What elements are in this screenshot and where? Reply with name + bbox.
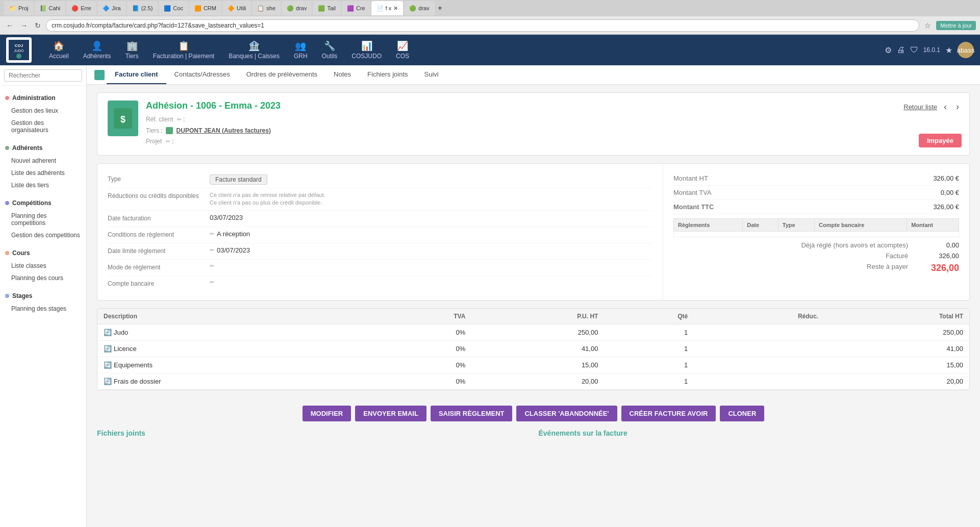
edit-projet-icon[interactable]: ✏ — [166, 138, 170, 144]
tiers-value[interactable]: DUPONT JEAN (Autres factures) — [177, 127, 271, 134]
classer-button[interactable]: CLASSER 'ABANDONNÉE' — [516, 406, 617, 421]
svg-point-3 — [16, 54, 21, 59]
edit-compte-icon[interactable]: ✏ — [210, 279, 214, 286]
date-limite-value: ✏ 03/07/2023 — [210, 246, 652, 254]
tab-facture-client[interactable]: Facture client — [107, 65, 166, 84]
edit-ref-icon[interactable]: ✏ — [177, 116, 182, 122]
item-icon: 🔄 — [104, 361, 112, 369]
type-value: Facture standard — [210, 174, 652, 185]
nav-banques[interactable]: 🏦 Banques | Caisses — [221, 36, 287, 64]
adherents-section-label: Adhérents — [12, 144, 42, 152]
sidebar-item-nouvel-adherent[interactable]: Nouvel adherent — [0, 155, 86, 167]
item-total-ht: 20,00 — [824, 373, 969, 389]
browser-tab-coc[interactable]: 🟦 Coc — [159, 1, 188, 15]
item-qty: 1 — [604, 357, 694, 373]
tab-notes[interactable]: Notes — [325, 65, 359, 84]
sidebar-section-competitions-title[interactable]: Compétitions — [0, 196, 86, 210]
prev-invoice-button[interactable]: ‹ — [941, 101, 949, 113]
browser-tab-utili[interactable]: 🔶 Utili — [222, 1, 251, 15]
browser-tab-crm[interactable]: 🟧 CRM — [189, 1, 221, 15]
line-items-section: Description TVA P.U. HT Qté Réduc. Total… — [97, 308, 970, 390]
saisir-reglement-button[interactable]: SAISIR RÈGLEMENT — [431, 406, 513, 421]
sidebar-search-input[interactable] — [4, 69, 82, 82]
bookmark-button[interactable]: ☆ — [922, 20, 933, 31]
sidebar-item-planning-stages[interactable]: Planning des stages — [0, 303, 86, 315]
sidebar-section-cours-title[interactable]: Cours — [0, 246, 86, 260]
col-pu-ht: P.U. HT — [471, 309, 604, 324]
back-button[interactable]: ← — [4, 20, 15, 31]
sidebar-item-liste-tiers[interactable]: Liste des tiers — [0, 179, 86, 191]
star-icon[interactable]: ★ — [945, 45, 952, 55]
print-icon[interactable]: 🖨 — [897, 45, 905, 55]
invoice-navigation: Retour liste ‹ › — [903, 101, 962, 113]
evenements-title[interactable]: Événements sur la facture — [539, 429, 627, 437]
reload-button[interactable]: ↻ — [33, 20, 43, 31]
sidebar-item-planning-competitions[interactable]: Planning des competitions — [0, 210, 86, 229]
browser-tab-drav1[interactable]: 🟢 drav — [282, 1, 312, 15]
browser-tab-cahi[interactable]: 📗 Cahi — [35, 1, 66, 15]
update-button[interactable]: Mettre à jour — [936, 21, 976, 30]
payment-summary-facture: Facturé 326,00 — [673, 250, 959, 261]
item-tva: 0% — [375, 357, 471, 373]
sidebar-section-adherents-title[interactable]: Adhérents — [0, 141, 86, 155]
tab-suivi[interactable]: Suivi — [416, 65, 447, 84]
edit-conditions-icon[interactable]: ✏ — [210, 231, 214, 237]
sidebar-item-liste-adherents[interactable]: Liste des adhérents — [0, 167, 86, 179]
nav-facturation[interactable]: 📋 Facturation | Paiement — [146, 36, 222, 64]
browser-tab-proj[interactable]: 📁 Proj — [4, 1, 34, 15]
browser-tab-erre[interactable]: 🔴 Erre — [66, 1, 96, 15]
address-bar[interactable]: crm.cosjudo.fr/compta/facture/card.php?f… — [46, 19, 919, 32]
version-label: 16.0.1 — [923, 46, 940, 54]
next-invoice-button[interactable]: › — [953, 101, 962, 113]
sidebar-item-gestion-lieux[interactable]: Gestion des lieux — [0, 105, 86, 117]
browser-tab-cre[interactable]: 🟪 Cre — [342, 1, 370, 15]
sidebar-section-administration-title[interactable]: Administration — [0, 91, 86, 105]
sidebar-item-gestion-organisateurs[interactable]: Gestion des organisateurs — [0, 117, 86, 136]
deja-regle-value: 0,00 — [918, 241, 959, 249]
browser-tab-2.5[interactable]: 📘 (2.5) — [127, 1, 158, 15]
payments-table: Règlements Date Type Compte bancaire Mon… — [673, 218, 959, 237]
nav-tiers[interactable]: 🏢 Tiers — [118, 36, 145, 64]
cloner-button[interactable]: CLONER — [720, 406, 764, 421]
nav-accueil[interactable]: 🏠 Accueil — [42, 36, 76, 64]
user-avatar[interactable]: abass — [958, 42, 974, 58]
sidebar-item-liste-classes[interactable]: Liste classes — [0, 260, 86, 272]
item-pu-ht: 20,00 — [471, 373, 604, 389]
nav-cosjudo[interactable]: 📊 COSJUDO — [344, 36, 389, 64]
browser-tab-she[interactable]: 📋 she — [252, 1, 281, 15]
nav-adherents[interactable]: 👤 Adhérents — [76, 36, 118, 64]
browser-tab-jira[interactable]: 🔷 Jira — [97, 1, 126, 15]
payments-empty-row — [674, 231, 959, 237]
conditions-label: Conditions de règlement — [108, 230, 210, 238]
creer-avoir-button[interactable]: CRÉER FACTURE AVOIR — [621, 406, 716, 421]
tab-fichiers-joints[interactable]: Fichiers joints — [359, 65, 416, 84]
forward-button[interactable]: → — [18, 20, 30, 31]
administration-label: Administration — [12, 94, 56, 102]
item-reduc — [694, 357, 824, 373]
logo[interactable]: COJ JUDO — [6, 37, 32, 63]
modifier-button[interactable]: MODIFIER — [303, 406, 351, 421]
shield-icon[interactable]: 🛡 — [910, 45, 918, 55]
retour-liste-link[interactable]: Retour liste — [903, 103, 937, 111]
sidebar: Administration Gestion des lieux Gestion… — [0, 65, 87, 527]
date-facturation-value: 03/07/2023 — [210, 214, 652, 221]
settings-icon[interactable]: ⚙ — [885, 45, 892, 55]
reste-payer-label: Reste à payer — [867, 263, 908, 273]
sidebar-section-stages-title[interactable]: Stages — [0, 289, 86, 303]
envoyer-email-button[interactable]: ENVOYER EMAIL — [355, 406, 426, 421]
fichiers-joints-title[interactable]: Fichiers joints — [97, 429, 145, 437]
sidebar-item-gestion-competitions[interactable]: Gestion des competitions — [0, 229, 86, 241]
tab-contacts-adresses[interactable]: Contacts/Adresses — [166, 65, 238, 84]
new-tab-button[interactable]: + — [436, 2, 444, 15]
browser-tab-fx[interactable]: 📄 f x ✕ — [371, 1, 404, 15]
nav-cos[interactable]: 📈 COS — [389, 36, 416, 64]
edit-mode-icon[interactable]: ✏ — [210, 263, 214, 269]
browser-tab-drav2[interactable]: 🟢 drav — [404, 1, 434, 15]
tab-ordres-prelevements[interactable]: Ordres de prélèvements — [238, 65, 325, 84]
sidebar-item-planning-cours[interactable]: Planning des cours — [0, 272, 86, 284]
edit-date-limite-icon[interactable]: ✏ — [210, 247, 214, 254]
nav-outils[interactable]: 🔧 Outils — [315, 36, 345, 64]
browser-tab-tail[interactable]: 🟩 Tail — [313, 1, 341, 15]
nav-grh[interactable]: 👥 GRH — [287, 36, 315, 64]
svg-text:COJ: COJ — [15, 43, 23, 48]
